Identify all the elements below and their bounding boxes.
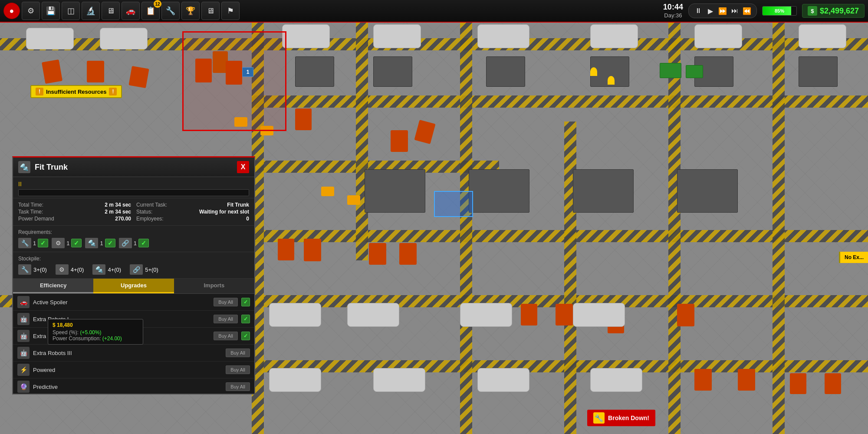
car-body bbox=[373, 24, 421, 48]
stock-item-0: 🔧 3+(0) bbox=[18, 264, 47, 275]
buy-all-extra-robots-1[interactable]: Buy All bbox=[214, 315, 238, 323]
status-row: Status: Waiting for next slot bbox=[136, 209, 249, 215]
upgrade-item-active-spoiler[interactable]: 🚗 Active Spoiler Buy All ✓ bbox=[13, 294, 254, 311]
flag-button[interactable]: ⚑ bbox=[221, 2, 240, 20]
car-body bbox=[477, 24, 529, 48]
microscope-icon: 🔬 bbox=[86, 6, 95, 16]
panel-header: 🔩 Fit Trunk X bbox=[13, 158, 254, 177]
close-button[interactable]: X bbox=[237, 161, 249, 173]
req-check-3: ✓ bbox=[138, 239, 149, 247]
req-check-1: ✓ bbox=[71, 239, 82, 247]
pause-button[interactable]: ⏸ bbox=[693, 6, 704, 16]
task-time-row: Task Time: 2 m 34 sec bbox=[18, 209, 131, 215]
play-button[interactable]: ▶ bbox=[705, 6, 716, 16]
settings-icon: ⚙ bbox=[27, 6, 34, 16]
panel-progress-bar bbox=[18, 189, 249, 196]
save-button[interactable]: 💾 bbox=[42, 2, 60, 20]
buy-all-extra-robots-2[interactable]: Buy All bbox=[214, 332, 238, 340]
car-body bbox=[269, 368, 321, 392]
power-demand-label: Power Demand bbox=[18, 216, 54, 222]
layers-button[interactable]: ◫ bbox=[62, 2, 80, 20]
forklift bbox=[321, 187, 334, 196]
tools-button[interactable]: 🔧 bbox=[161, 2, 180, 20]
req-item-2: 🔩 1 ✓ bbox=[85, 238, 115, 248]
tab-efficiency[interactable]: Efficiency bbox=[13, 279, 93, 293]
req-count-0: 1 bbox=[33, 240, 36, 247]
upgrade-item-extra-robots-1[interactable]: 🤖 Extra Robots I Buy All ✓ bbox=[13, 311, 254, 328]
trophy-button[interactable]: 🏆 bbox=[181, 2, 200, 20]
robot bbox=[128, 66, 149, 88]
no-exit-banner: No Ex... bbox=[839, 252, 868, 263]
worker bbox=[590, 67, 597, 76]
blueprint-button[interactable]: 📋 12 bbox=[141, 2, 160, 20]
stockpile-label: Stockpile: bbox=[18, 256, 249, 262]
robot bbox=[521, 304, 537, 326]
robot bbox=[304, 239, 321, 261]
conveyor-belt-v bbox=[773, 23, 785, 434]
top-bar: ● ⚙ 💾 ◫ 🔬 🖥 🚗 📋 12 🔧 🏆 🖥 ⚑ 10:44 Day:36 bbox=[0, 0, 868, 23]
upgrade-name-extra-robots-3: Extra Robots III bbox=[33, 350, 222, 356]
logo-button[interactable]: ● bbox=[3, 3, 20, 19]
upgrade-item-extra-robots-2[interactable]: 🤖 Extra Robots II Buy All ✓ bbox=[13, 328, 254, 345]
buy-all-active-spoiler[interactable]: Buy All bbox=[214, 298, 238, 306]
total-time-value: 2 m 34 sec bbox=[105, 202, 131, 208]
requirements-section: Requirements: 🔧 1 ✓ ⚙ 1 ✓ 🔩 1 ✓ 🔗 1 ✓ bbox=[13, 226, 254, 252]
upgrade-item-predictive[interactable]: 🔮 Predictive Buy All bbox=[13, 378, 254, 394]
car-body bbox=[100, 28, 148, 49]
stock-count-2: 4+(0) bbox=[108, 266, 121, 273]
save-icon: 💾 bbox=[46, 6, 56, 16]
stock-count-1: 4+(0) bbox=[71, 266, 84, 273]
clock-time: 10:44 bbox=[663, 3, 683, 12]
monitor-button[interactable]: 🖥 bbox=[102, 2, 120, 20]
insufficient-resources-text: Insufficient Resources bbox=[46, 89, 106, 95]
upgrade-item-extra-robots-3[interactable]: 🤖 Extra Robots III Buy All $ 18,480 Spee… bbox=[13, 345, 254, 362]
skip-button[interactable]: ⏪ bbox=[742, 6, 752, 16]
robot bbox=[369, 243, 386, 265]
money-display: $ $2,499,627 bbox=[802, 4, 865, 18]
faster-button[interactable]: ⏭ bbox=[730, 6, 740, 16]
pause-indicator: II bbox=[18, 181, 249, 187]
req-item-0: 🔧 1 ✓ bbox=[18, 238, 48, 248]
blue-machine bbox=[434, 191, 473, 217]
tab-imports[interactable]: Imports bbox=[174, 279, 254, 293]
machine bbox=[469, 169, 529, 213]
day-counter: Day:36 bbox=[663, 12, 683, 19]
buy-all-powered[interactable]: Buy All bbox=[226, 365, 250, 374]
microscope-button[interactable]: 🔬 bbox=[82, 2, 100, 20]
req-icon-1: ⚙ bbox=[52, 238, 65, 248]
blueprint-badge: 12 bbox=[154, 0, 161, 8]
blueprint-icon: 📋 bbox=[146, 6, 155, 16]
tab-upgrades-label: Upgrades bbox=[121, 282, 147, 289]
buy-all-extra-robots-3[interactable]: Buy All bbox=[226, 349, 250, 357]
robot bbox=[295, 108, 312, 130]
req-count-3: 1 bbox=[134, 240, 137, 247]
panel-title: Fit Trunk bbox=[35, 163, 233, 172]
playback-controls: ⏸ ▶ ⏩ ⏭ ⏪ bbox=[688, 3, 757, 18]
car-icon: 🚗 bbox=[126, 6, 135, 16]
fast-forward-button[interactable]: ⏩ bbox=[717, 6, 728, 16]
total-time-row: Total Time: 2 m 34 sec bbox=[18, 202, 131, 208]
requirements-row: 🔧 1 ✓ ⚙ 1 ✓ 🔩 1 ✓ 🔗 1 ✓ bbox=[18, 238, 249, 248]
machine bbox=[799, 56, 838, 87]
settings-button[interactable]: ⚙ bbox=[22, 2, 40, 20]
robot bbox=[694, 369, 712, 391]
car-body bbox=[799, 24, 846, 48]
pause-icon: ⏸ bbox=[695, 7, 702, 15]
robot bbox=[790, 373, 806, 394]
upgrade-icon-extra-robots-3: 🤖 bbox=[17, 347, 30, 359]
robot bbox=[738, 369, 755, 391]
upgrades-list: 🚗 Active Spoiler Buy All ✓ 🤖 Extra Robot… bbox=[13, 294, 254, 394]
tab-upgrades[interactable]: Upgrades bbox=[93, 279, 174, 293]
crate bbox=[686, 65, 703, 78]
power-bar-container: 85% bbox=[762, 6, 797, 16]
car-button[interactable]: 🚗 bbox=[122, 2, 140, 20]
upgrade-icon-active-spoiler: 🚗 bbox=[17, 296, 30, 308]
robot bbox=[677, 304, 694, 326]
upgrade-item-powered[interactable]: ⚡ Powered Buy All bbox=[13, 362, 254, 378]
car-body bbox=[373, 368, 425, 392]
worker bbox=[608, 76, 615, 85]
buy-all-predictive[interactable]: Buy All bbox=[226, 382, 250, 391]
skip-icon: ⏪ bbox=[743, 7, 751, 15]
car-body bbox=[347, 303, 399, 327]
desktop-button[interactable]: 🖥 bbox=[201, 2, 220, 20]
